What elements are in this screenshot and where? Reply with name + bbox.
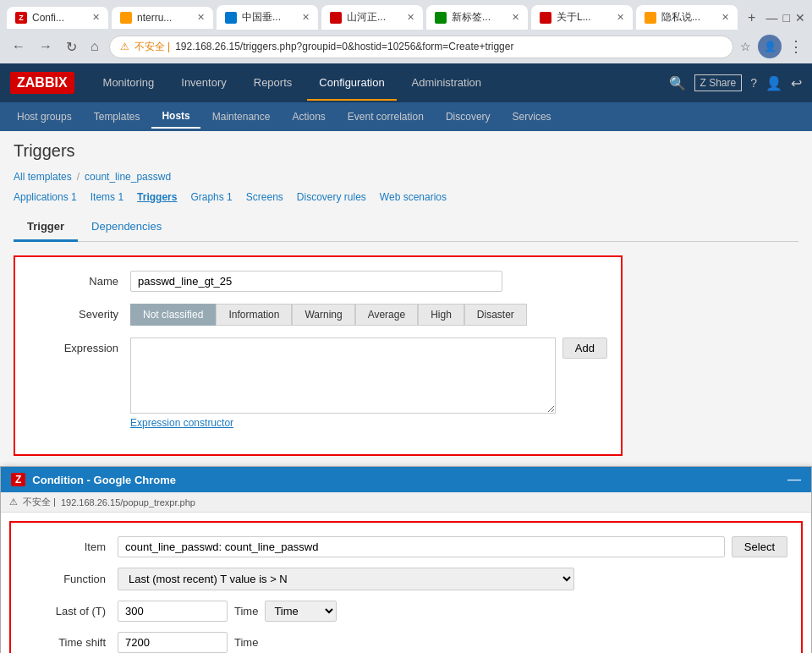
popup-title: Condition - Google Chrome	[32, 474, 787, 486]
popup-address-prefix: 不安全 |	[23, 496, 56, 508]
nav-item-inventory[interactable]: Inventory	[169, 66, 238, 101]
search-icon[interactable]: 🔍	[669, 75, 686, 91]
zabbix-topbar: ZABBIX Monitoring Inventory Reports Conf…	[0, 63, 812, 102]
tab-dependencies[interactable]: Dependencies	[78, 213, 175, 241]
popup-logo: Z	[11, 473, 25, 486]
tab-label-3: 中国垂...	[242, 10, 281, 25]
tab-close-5[interactable]: ✕	[512, 12, 519, 23]
restore-browser-icon[interactable]: □	[783, 11, 790, 25]
subtab-screens[interactable]: Screens	[246, 191, 283, 203]
nav-item-configuration[interactable]: Configuration	[307, 66, 396, 101]
tab-close-1[interactable]: ✕	[92, 12, 100, 23]
sev-disaster[interactable]: Disaster	[464, 304, 527, 326]
logout-icon[interactable]: ↩	[791, 75, 802, 91]
help-icon[interactable]: ?	[750, 76, 757, 90]
zabbix-subnav: Host groups Templates Hosts Maintenance …	[0, 102, 812, 131]
function-label: Function	[25, 573, 118, 585]
tab-label-5: 新标签...	[452, 10, 491, 25]
subnav-discovery[interactable]: Discovery	[436, 106, 501, 128]
subnav-services[interactable]: Services	[502, 106, 562, 128]
popup-warning-icon: ⚠	[9, 497, 18, 508]
popup-address-bar: ⚠ 不安全 | 192.168.26.15/popup_trexpr.php	[1, 492, 811, 513]
popup-function-row: Function Last (most recent) T value is >…	[25, 568, 787, 590]
tab-close-2[interactable]: ✕	[197, 12, 205, 23]
expression-wrap: Add	[130, 337, 607, 414]
subnav-host-groups[interactable]: Host groups	[7, 106, 82, 128]
expression-row: Expression Add Expression constructor	[29, 337, 607, 429]
browser-tab-6[interactable]: 关于L... ✕	[531, 5, 633, 30]
sev-warning[interactable]: Warning	[292, 304, 354, 326]
top-nav: Monitoring Inventory Reports Configurati…	[91, 66, 652, 101]
url-text: 192.168.26.15/triggers.php?groupid=0&hos…	[175, 41, 722, 52]
tab-favicon-1: Z	[15, 12, 27, 24]
expression-textarea[interactable]	[130, 337, 556, 414]
popup-form-content: Item Select Function Last (most recent) …	[9, 521, 803, 653]
subtab-discovery-rules[interactable]: Discovery rules	[297, 191, 366, 203]
time-shift-unit: Time	[234, 636, 258, 649]
forward-button[interactable]: →	[36, 37, 56, 56]
popup-minimize-button[interactable]: —	[787, 472, 801, 487]
popup-overlay: Z Condition - Google Chrome — ⚠ 不安全 | 19…	[0, 466, 812, 653]
browser-chrome: Z Confi... ✕ nterru... ✕ 中国垂... ✕ 山河正...…	[0, 0, 812, 63]
home-button[interactable]: ⌂	[87, 37, 102, 56]
close-browser-icon[interactable]: ✕	[795, 11, 805, 25]
page-title: Triggers	[14, 141, 798, 161]
tab-close-7[interactable]: ✕	[721, 12, 729, 23]
new-tab-button[interactable]: +	[741, 7, 762, 29]
subtab-items[interactable]: Items 1	[91, 191, 123, 203]
time-shift-input[interactable]	[118, 632, 228, 653]
subnav-hosts[interactable]: Hosts	[151, 105, 200, 129]
subtab-triggers[interactable]: Triggers	[137, 191, 177, 203]
function-select[interactable]: Last (most recent) T value is > N Last (…	[118, 568, 574, 590]
reload-button[interactable]: ↻	[63, 37, 80, 57]
subnav-maintenance[interactable]: Maintenance	[202, 106, 281, 128]
sev-average[interactable]: Average	[355, 304, 418, 326]
profile-avatar[interactable]: 👤	[758, 35, 782, 58]
item-select-button[interactable]: Select	[732, 536, 787, 557]
browser-menu-icon[interactable]: ⋮	[788, 37, 804, 56]
url-bar[interactable]: ⚠ 不安全 | 192.168.26.15/triggers.php?group…	[109, 36, 733, 58]
subnav-actions[interactable]: Actions	[282, 106, 335, 128]
last-of-t-input[interactable]	[118, 601, 228, 622]
nav-item-administration[interactable]: Administration	[400, 66, 493, 101]
browser-tab-1[interactable]: Z Confi... ✕	[7, 7, 108, 29]
severity-control: Not classified Information Warning Avera…	[130, 304, 607, 326]
tab-label-6: 关于L...	[557, 10, 591, 25]
subnav-event-correlation[interactable]: Event correlation	[337, 106, 434, 128]
tab-close-3[interactable]: ✕	[302, 12, 310, 23]
name-input[interactable]	[130, 271, 502, 292]
subtab-graphs[interactable]: Graphs 1	[190, 191, 232, 203]
minimize-browser-icon[interactable]: —	[766, 11, 778, 25]
item-input[interactable]	[118, 536, 725, 557]
tab-trigger[interactable]: Trigger	[14, 213, 78, 242]
zabbix-share-button[interactable]: Z Share	[694, 74, 743, 91]
sev-not-classified[interactable]: Not classified	[130, 304, 216, 326]
tab-label-4: 山河正...	[347, 10, 386, 25]
browser-tab-5[interactable]: 新标签... ✕	[426, 5, 528, 30]
tab-favicon-3	[225, 12, 237, 24]
zabbix-logo: ZABBIX	[10, 72, 74, 94]
back-button[interactable]: ←	[8, 37, 29, 56]
browser-tab-4[interactable]: 山河正... ✕	[321, 5, 423, 30]
breadcrumb-all-templates[interactable]: All templates	[14, 171, 72, 183]
subtab-web-scenarios[interactable]: Web scenarios	[380, 191, 447, 203]
user-icon[interactable]: 👤	[765, 75, 782, 91]
breadcrumb-host[interactable]: count_line_passwd	[85, 171, 171, 183]
nav-item-monitoring[interactable]: Monitoring	[91, 66, 167, 101]
name-label: Name	[29, 271, 130, 288]
last-of-t-unit-select[interactable]: Time Seconds	[265, 601, 337, 622]
nav-item-reports[interactable]: Reports	[242, 66, 304, 101]
subnav-templates[interactable]: Templates	[84, 106, 151, 128]
browser-tab-2[interactable]: nterru... ✕	[112, 7, 213, 29]
subtab-applications[interactable]: Applications 1	[14, 191, 77, 203]
bookmark-icon[interactable]: ☆	[740, 40, 751, 53]
sev-high[interactable]: High	[418, 304, 464, 326]
browser-tab-3[interactable]: 中国垂... ✕	[217, 5, 318, 30]
security-warning-icon: ⚠	[120, 41, 129, 52]
tab-close-6[interactable]: ✕	[617, 12, 624, 23]
tab-close-4[interactable]: ✕	[407, 12, 414, 23]
sev-information[interactable]: Information	[216, 304, 292, 326]
add-expression-button[interactable]: Add	[562, 337, 607, 359]
expression-constructor-link[interactable]: Expression constructor	[130, 417, 607, 429]
browser-tab-7[interactable]: 隐私说... ✕	[636, 5, 738, 30]
